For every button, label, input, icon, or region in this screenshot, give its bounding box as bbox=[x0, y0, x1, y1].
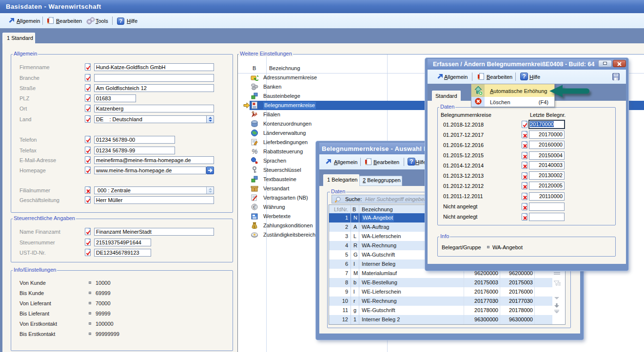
svg-text:%: % bbox=[252, 148, 258, 155]
svg-text:$: $ bbox=[254, 224, 256, 229]
svg-text:€: € bbox=[253, 204, 256, 210]
